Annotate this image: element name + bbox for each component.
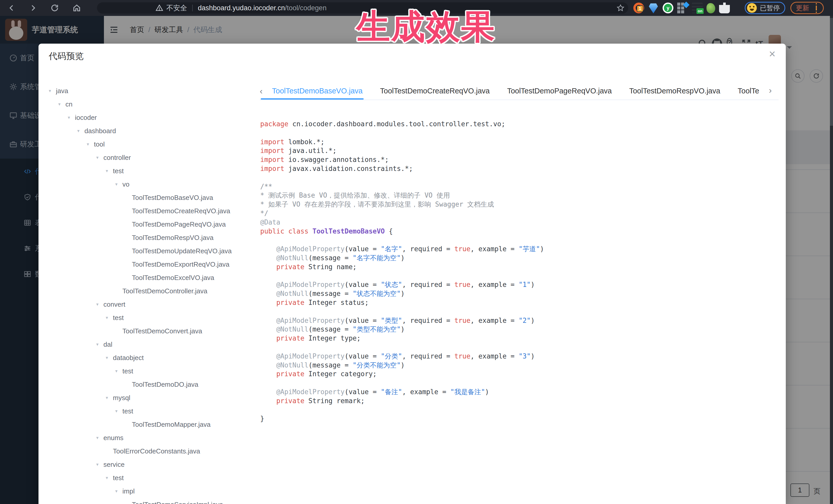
- tree-item-label: dashboard: [85, 127, 116, 135]
- update-button[interactable]: 更新 ⋮⋮: [790, 2, 824, 14]
- security-label: 不安全: [166, 3, 187, 13]
- tree-item-folder[interactable]: ▾dataobject: [49, 351, 254, 364]
- code-line: private String name;: [260, 263, 779, 271]
- extension-badge: on: [696, 8, 704, 15]
- tree-item-label: dataobject: [113, 354, 144, 362]
- back-icon[interactable]: [7, 4, 16, 12]
- tab-2[interactable]: ToolTestDemoPageReqVO.java: [507, 82, 612, 100]
- tabs-scroll-left-icon[interactable]: ‹: [260, 86, 268, 96]
- code-line: @ApiModelProperty(value = "状态", required…: [260, 280, 779, 289]
- extension-badge: 1: [637, 5, 643, 12]
- code-line: * 如果子 VO 存在差异的字段，请不要添加到这里，影响 Swagger 文档生…: [260, 200, 779, 209]
- tree-item-file[interactable]: ToolTestDemoUpdateReqVO.java: [49, 244, 254, 258]
- tree-item-folder[interactable]: ▾test: [49, 311, 254, 325]
- tree-item-file[interactable]: ToolTestDemoDO.java: [49, 378, 254, 391]
- tab-3[interactable]: ToolTestDemoRespVO.java: [629, 82, 720, 100]
- tree-item-folder[interactable]: ▾mysql: [49, 391, 254, 404]
- code-line: @NotNull(message = "状态不能为空"): [260, 289, 779, 298]
- tree-item-label: test: [113, 167, 124, 175]
- tree-item-folder[interactable]: ▾dal: [49, 338, 254, 351]
- code-line: @ApiModelProperty(value = "分类", required…: [260, 352, 779, 361]
- green-sprout-extension-icon[interactable]: [707, 3, 715, 13]
- tree-caret-icon: ▾: [68, 115, 75, 120]
- tree-item-file[interactable]: ToolTestDemoPageReqVO.java: [49, 218, 254, 231]
- browser-scrollbar[interactable]: [830, 16, 833, 504]
- emoji-face-icon: [747, 3, 757, 13]
- blue-pin-extension-icon[interactable]: [648, 3, 659, 13]
- tree-item-label: ToolTestDemoServiceImpl.java: [132, 501, 223, 504]
- tree-item-label: ToolTestDemoRespVO.java: [132, 234, 214, 242]
- code-line: @ApiModelProperty(value = "名字", required…: [260, 244, 779, 254]
- tree-item-file[interactable]: ToolTestDemoExportReqVO.java: [49, 258, 254, 271]
- tree-item-folder[interactable]: ▾dashboard: [49, 124, 254, 138]
- grid-diamond-extension-icon[interactable]: [677, 3, 688, 13]
- tree-item-folder[interactable]: ▾iocoder: [49, 111, 254, 124]
- orange-ring-extension-icon[interactable]: 1: [633, 3, 644, 13]
- url-domain: dashboard.yudao.iocoder.cn: [198, 4, 285, 12]
- tree-item-file[interactable]: ToolTestDemoBaseVO.java: [49, 191, 254, 204]
- tabs-scroll-right-icon[interactable]: ›: [769, 85, 778, 95]
- tree-item-label: ToolTestDemoController.java: [122, 287, 207, 295]
- tree-item-folder[interactable]: ▾cn: [49, 97, 254, 111]
- tree-item-folder[interactable]: ▾java: [49, 84, 254, 97]
- tree-caret-icon: ▾: [106, 395, 113, 401]
- browser-menu-icon[interactable]: ⋮⋮: [813, 4, 820, 11]
- puzzle-extension-icon[interactable]: [719, 3, 730, 13]
- not-secure-warning-icon[interactable]: [156, 4, 163, 12]
- annotation-text: 生成效果: [356, 4, 496, 50]
- code-line: private Integer type;: [260, 334, 779, 343]
- tab-1[interactable]: ToolTestDemoCreateReqVO.java: [380, 82, 490, 100]
- tree-item-folder[interactable]: ▾vo: [49, 177, 254, 191]
- tree-item-file[interactable]: ToolErrorCodeConstants.java: [49, 445, 254, 458]
- tree-item-folder[interactable]: ▾test: [49, 471, 254, 484]
- scrollbar-thumb[interactable]: [830, 18, 833, 126]
- close-icon[interactable]: ×: [769, 48, 776, 59]
- tree-item-label: ToolTestDemoCreateReqVO.java: [132, 207, 230, 215]
- tree-caret-icon: ▾: [106, 355, 113, 361]
- tree-item-label: vo: [122, 181, 129, 188]
- code-preview-dialog: 代码预览 × ▾java▾cn▾iocoder▾dashboard▾tool▾c…: [39, 44, 786, 504]
- tree-caret-icon: ▾: [87, 141, 94, 147]
- tree-item-file[interactable]: ToolTestDemoServiceImpl.java: [49, 498, 254, 504]
- tree-item-folder[interactable]: ▾service: [49, 458, 254, 471]
- code-line: @NotNull(message = "类型不能为空"): [260, 325, 779, 334]
- tree-item-folder[interactable]: ▾controller: [49, 151, 254, 164]
- tree-item-file[interactable]: ToolTestDemoMapper.java: [49, 418, 254, 431]
- code-line: import io.swagger.annotations.*;: [260, 155, 779, 164]
- home-icon[interactable]: [72, 4, 81, 12]
- tree-item-folder[interactable]: ▾tool: [49, 138, 254, 151]
- code-line: @ApiModelProperty(value = "类型", required…: [260, 316, 779, 325]
- paused-badge[interactable]: 已暂停: [745, 2, 785, 14]
- tree-item-folder[interactable]: ▾enums: [49, 431, 254, 445]
- code-line: */: [260, 209, 779, 218]
- tree-caret-icon: ▾: [115, 408, 122, 414]
- tree-caret-icon: ▾: [106, 475, 113, 481]
- tree-item-folder[interactable]: ▾test: [49, 404, 254, 418]
- tree-item-file[interactable]: ToolTestDemoConvert.java: [49, 325, 254, 338]
- tree-item-folder[interactable]: ▾test: [49, 364, 254, 378]
- tree-item-folder[interactable]: ▾convert: [49, 298, 254, 311]
- tree-caret-icon: ▾: [106, 315, 113, 320]
- tree-caret-icon: ▾: [96, 341, 103, 347]
- tree-item-label: ToolTestDemoPageReqVO.java: [132, 220, 226, 229]
- tree-item-file[interactable]: ToolTestDemoRespVO.java: [49, 231, 254, 244]
- reload-icon[interactable]: [50, 4, 59, 12]
- tree-item-folder[interactable]: ▾test: [49, 164, 254, 177]
- tree-item-label: java: [56, 87, 68, 95]
- tab-0[interactable]: ToolTestDemoBaseVO.java: [272, 82, 363, 100]
- code-pane: ‹ ToolTestDemoBaseVO.javaToolTestDemoCre…: [260, 82, 779, 504]
- tree-item-label: controller: [103, 154, 131, 162]
- bookmark-star-icon[interactable]: [616, 4, 625, 12]
- tree-item-file[interactable]: ToolTestDemoExcelVO.java: [49, 271, 254, 284]
- tree-item-file[interactable]: ToolTestDemoController.java: [49, 284, 254, 298]
- tree-item-label: impl: [122, 487, 135, 495]
- dialog-title: 代码预览: [49, 50, 84, 62]
- forward-icon[interactable]: [29, 4, 38, 12]
- tab-4[interactable]: ToolTe: [738, 82, 759, 100]
- dark-list-extension-icon[interactable]: on: [692, 3, 703, 13]
- tree-item-label: test: [113, 314, 124, 322]
- tree-item-label: ToolTestDemoExportReqVO.java: [132, 261, 230, 268]
- tree-item-file[interactable]: ToolTestDemoCreateReqVO.java: [49, 204, 254, 218]
- green-v-circle-extension-icon[interactable]: [663, 3, 673, 13]
- tree-item-folder[interactable]: ▾impl: [49, 484, 254, 498]
